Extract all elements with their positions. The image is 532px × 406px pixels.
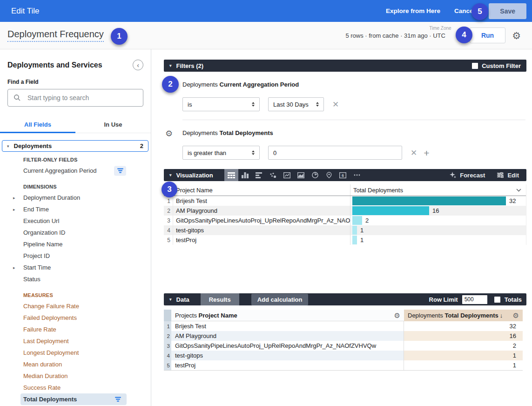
viz-col-project-name[interactable]: Project Name [173,187,350,194]
field-item[interactable]: ▸Start Time [0,262,151,273]
visualization-bar[interactable]: ▾ Visualization 6 Forecast [164,169,526,181]
field-item[interactable]: Change Failure Rate [0,300,151,312]
data-table-row[interactable]: 1Brijesh Test32 [164,321,523,331]
field-item[interactable]: Execution Url [0,215,151,227]
bar-cell: 32 [350,196,526,206]
viz-table-row[interactable]: 1Brijesh Test32 [164,196,526,206]
field-item[interactable]: Median Duration [0,370,151,382]
data-table-body: 1Brijesh Test322AM Playground163GitOpsSa… [164,321,523,370]
field-item[interactable]: Success Rate [0,382,151,393]
tab-all-fields[interactable]: All Fields [0,119,75,133]
column-menu-chevron-icon[interactable] [516,189,521,192]
remove-filter-icon[interactable]: ✕ [332,101,339,108]
bar-value: 1 [360,237,364,244]
explore-from-here-link[interactable]: Explore from Here [386,7,440,14]
project-name-cell: GitOpsSanityPipeLinesAutoProj_UpRelRepoA… [171,341,404,351]
more-viz-types-icon[interactable] [350,169,364,181]
bar-cell: 16 [350,206,526,216]
chevron-right-icon[interactable]: ▸ [13,265,15,270]
filters-section: ▾ Filters (2) Custom Filter Deployments … [164,60,526,160]
data-col-project-name[interactable]: Projects Project Name ⚙ [171,310,404,321]
search-input[interactable] [27,94,137,102]
total-deployments-cell: 1 [404,360,523,370]
data-table-row[interactable]: 4test-gitops1 [164,351,523,360]
field-search-box[interactable] [7,89,143,107]
field-item[interactable]: Project ID [0,250,151,262]
timezone: Time Zone UTC [433,32,445,39]
chevron-down-icon: ▾ [169,63,172,68]
pie-chart-icon[interactable] [308,169,322,181]
line-chart-icon[interactable] [280,169,294,181]
filters-bar[interactable]: ▾ Filters (2) Custom Filter [164,60,526,72]
project-name-cell: test-gitops [171,351,404,360]
totals-checkbox[interactable] [494,297,500,303]
viz-table-row[interactable]: 5testProj1 [164,235,526,245]
field-item[interactable]: Last Deployment [0,335,151,347]
collapse-sidebar-icon[interactable]: ‹ [133,60,143,70]
filter-funnel-icon[interactable] [114,166,126,176]
deployment-bar [352,216,362,225]
field-item[interactable]: ▸End Time [0,203,151,215]
viz-table-row[interactable]: 2AM Playground16 [164,206,526,216]
row-limit-input[interactable] [462,295,487,304]
column-chart-icon[interactable] [238,169,252,181]
field-item[interactable]: Pipeline Name [0,238,151,250]
page-title[interactable]: Deployment Frequency [7,29,104,42]
field-label: Longest Deployment [23,349,79,356]
row-number: 4 [164,351,171,360]
table-chart-icon[interactable] [224,169,238,181]
field-item[interactable]: Status [0,273,151,285]
tab-in-use[interactable]: In Use [75,119,151,133]
chevron-right-icon[interactable]: ▸ [13,196,15,200]
settings-gear-icon[interactable]: ⚙ [512,31,521,41]
filter-funnel-icon[interactable] [112,394,124,404]
field-item[interactable]: Current Aggregation Period [0,165,151,176]
column-gear-icon[interactable]: ⚙ [513,312,519,319]
run-button[interactable]: Run [470,27,505,43]
field-item[interactable]: Total Deployments [20,393,127,405]
single-value-icon[interactable]: 6 [336,169,350,181]
field-item[interactable]: Organization ID [0,227,151,238]
bar-chart-icon[interactable] [252,169,266,181]
bar-value: 1 [360,227,364,234]
deployments-group-row[interactable]: ▾ Deployments 2 [2,140,148,152]
filter-only-fields-header: FILTER-ONLY FIELDS [0,155,151,165]
custom-filter-toggle[interactable]: Custom Filter [472,62,521,69]
filter-operator-select[interactable]: is greater than [182,146,260,160]
custom-filter-checkbox[interactable] [472,63,478,69]
svg-text:6: 6 [342,173,344,177]
field-item[interactable]: Failure Rate [0,324,151,335]
data-table-row[interactable]: 5testProj1 [164,360,523,370]
viz-table-row[interactable]: 3GitOpsSanityPipeLinesAutoProj_UpRelRepo… [164,216,526,225]
filter-operator-select[interactable]: is [182,97,260,111]
filter-value-select[interactable]: Last 30 Days [268,97,324,111]
edit-viz-button[interactable]: Edit [497,172,519,179]
area-chart-icon[interactable] [294,169,308,181]
chevron-right-icon[interactable]: ▸ [13,207,15,212]
viz-table-row[interactable]: 4test-gitops1 [164,225,526,235]
data-table-row[interactable]: 3GitOpsSanityPipeLinesAutoProj_UpRelRepo… [164,341,523,351]
total-deployments-cell: 2 [404,341,523,351]
filter-value-input[interactable] [268,146,402,160]
bar-cell: 1 [350,235,526,245]
map-pin-icon[interactable] [322,169,336,181]
chevron-down-icon: ▾ [7,144,9,149]
results-tab[interactable]: Results [201,293,239,305]
column-gear-icon[interactable]: ⚙ [394,312,400,319]
data-bar[interactable]: ▾ Data Results Add calculation Row Limit… [164,293,526,305]
field-item[interactable]: Mean duration [0,359,151,370]
filter-gear-icon[interactable]: ⚙ [165,129,173,139]
save-button[interactable]: Save [489,3,526,19]
field-item[interactable]: Longest Deployment [0,347,151,359]
field-item[interactable]: ▸Deployment Duration [0,192,151,203]
scatter-plot-icon[interactable] [266,169,280,181]
add-calculation-button[interactable]: Add calculation [251,294,309,305]
remove-filter-icon[interactable]: ✕ [411,149,417,157]
data-table-row[interactable]: 2AM Playground16 [164,331,523,341]
add-filter-icon[interactable]: + [424,148,429,158]
viz-col-total-deployments[interactable]: Total Deployments [350,184,526,196]
data-col-total-deployments[interactable]: Deployments Total Deployments↓ ⚙ [404,310,523,321]
forecast-button[interactable]: Forecast [450,172,485,179]
field-item[interactable]: Failed Deployments [0,312,151,324]
main-panel: ▾ Filters (2) Custom Filter Deployments … [152,49,532,406]
